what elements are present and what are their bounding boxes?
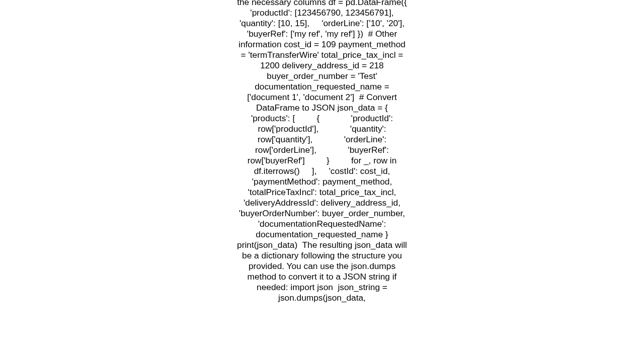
document-body-text: the necessary columns df = pd.DataFrame(… xyxy=(235,0,409,303)
page-container: the necessary columns df = pd.DataFrame(… xyxy=(0,0,644,362)
